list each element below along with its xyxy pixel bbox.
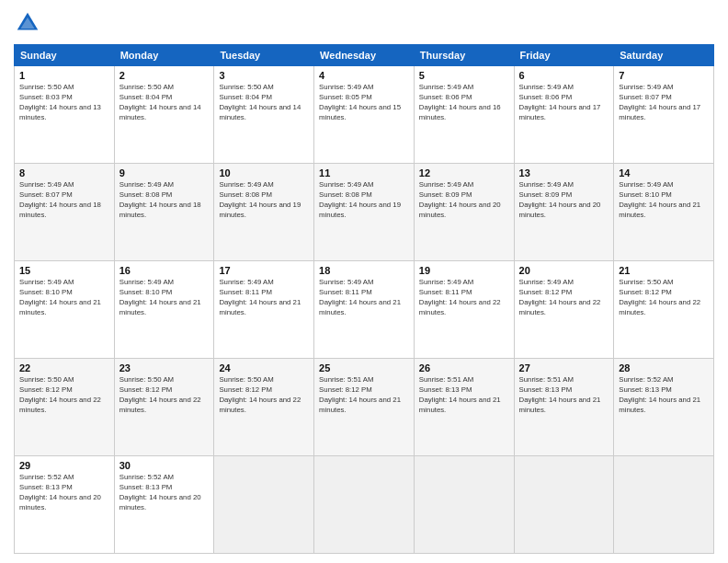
calendar-day [514, 456, 614, 554]
day-number: 27 [519, 362, 609, 373]
dow-header: Thursday [414, 45, 514, 66]
calendar-day: 3Sunrise: 5:50 AMSunset: 8:04 PMDaylight… [214, 66, 314, 164]
calendar-day: 29Sunrise: 5:52 AMSunset: 8:13 PMDayligh… [15, 456, 115, 554]
calendar-day: 7Sunrise: 5:49 AMSunset: 8:07 PMDaylight… [614, 66, 714, 164]
calendar-day [314, 456, 415, 554]
calendar-day: 27Sunrise: 5:51 AMSunset: 8:13 PMDayligh… [514, 359, 614, 456]
day-number: 16 [119, 265, 210, 276]
day-info: Sunrise: 5:49 AMSunset: 8:10 PMDaylight:… [19, 278, 109, 318]
day-info: Sunrise: 5:49 AMSunset: 8:07 PMDaylight:… [19, 180, 109, 221]
day-number: 6 [519, 70, 609, 81]
days-of-week-row: SundayMondayTuesdayWednesdayThursdayFrid… [15, 45, 714, 66]
day-info: Sunrise: 5:49 AMSunset: 8:10 PMDaylight:… [619, 180, 709, 221]
day-number: 30 [119, 460, 210, 471]
calendar-day: 11Sunrise: 5:49 AMSunset: 8:08 PMDayligh… [314, 164, 415, 261]
day-info: Sunrise: 5:49 AMSunset: 8:08 PMDaylight:… [319, 180, 409, 221]
day-info: Sunrise: 5:50 AMSunset: 8:12 PMDaylight:… [619, 278, 709, 318]
calendar-day: 9Sunrise: 5:49 AMSunset: 8:08 PMDaylight… [114, 164, 214, 261]
day-info: Sunrise: 5:49 AMSunset: 8:08 PMDaylight:… [119, 180, 210, 221]
calendar-week: 8Sunrise: 5:49 AMSunset: 8:07 PMDaylight… [15, 164, 714, 261]
calendar-day [214, 456, 314, 554]
day-info: Sunrise: 5:51 AMSunset: 8:13 PMDaylight:… [419, 375, 509, 416]
calendar-day: 15Sunrise: 5:49 AMSunset: 8:10 PMDayligh… [15, 261, 115, 359]
day-number: 3 [219, 70, 309, 81]
calendar-day: 21Sunrise: 5:50 AMSunset: 8:12 PMDayligh… [614, 261, 714, 359]
day-info: Sunrise: 5:51 AMSunset: 8:13 PMDaylight:… [519, 375, 609, 416]
day-number: 17 [219, 265, 309, 276]
day-info: Sunrise: 5:50 AMSunset: 8:12 PMDaylight:… [19, 375, 109, 416]
dow-header: Sunday [15, 45, 115, 66]
calendar-day: 10Sunrise: 5:49 AMSunset: 8:08 PMDayligh… [214, 164, 314, 261]
calendar-day: 12Sunrise: 5:49 AMSunset: 8:09 PMDayligh… [414, 164, 514, 261]
calendar: SundayMondayTuesdayWednesdayThursdayFrid… [14, 44, 714, 554]
day-number: 28 [619, 362, 709, 373]
day-info: Sunrise: 5:51 AMSunset: 8:12 PMDaylight:… [319, 375, 409, 416]
day-info: Sunrise: 5:50 AMSunset: 8:12 PMDaylight:… [219, 375, 309, 416]
day-info: Sunrise: 5:49 AMSunset: 8:12 PMDaylight:… [519, 278, 609, 318]
calendar-day: 30Sunrise: 5:52 AMSunset: 8:13 PMDayligh… [114, 456, 214, 554]
day-number: 7 [619, 70, 709, 81]
day-info: Sunrise: 5:49 AMSunset: 8:05 PMDaylight:… [319, 83, 409, 123]
day-number: 29 [19, 460, 109, 471]
calendar-day [414, 456, 514, 554]
day-info: Sunrise: 5:50 AMSunset: 8:03 PMDaylight:… [19, 83, 109, 123]
calendar-day: 5Sunrise: 5:49 AMSunset: 8:06 PMDaylight… [414, 66, 514, 164]
day-info: Sunrise: 5:52 AMSunset: 8:13 PMDaylight:… [619, 375, 709, 416]
dow-header: Friday [514, 45, 614, 66]
calendar-day: 22Sunrise: 5:50 AMSunset: 8:12 PMDayligh… [15, 359, 115, 456]
day-info: Sunrise: 5:52 AMSunset: 8:13 PMDaylight:… [19, 473, 109, 513]
calendar-day: 18Sunrise: 5:49 AMSunset: 8:11 PMDayligh… [314, 261, 415, 359]
calendar-day: 2Sunrise: 5:50 AMSunset: 8:04 PMDaylight… [114, 66, 214, 164]
calendar-week: 22Sunrise: 5:50 AMSunset: 8:12 PMDayligh… [15, 359, 714, 456]
day-number: 11 [319, 167, 409, 178]
day-info: Sunrise: 5:52 AMSunset: 8:13 PMDaylight:… [119, 473, 210, 513]
calendar-week: 15Sunrise: 5:49 AMSunset: 8:10 PMDayligh… [15, 261, 714, 359]
dow-header: Monday [114, 45, 214, 66]
day-info: Sunrise: 5:49 AMSunset: 8:08 PMDaylight:… [219, 180, 309, 221]
day-info: Sunrise: 5:49 AMSunset: 8:09 PMDaylight:… [519, 180, 609, 221]
calendar-day: 4Sunrise: 5:49 AMSunset: 8:05 PMDaylight… [314, 66, 415, 164]
day-number: 23 [119, 362, 210, 373]
calendar-day: 1Sunrise: 5:50 AMSunset: 8:03 PMDaylight… [15, 66, 115, 164]
calendar-day: 26Sunrise: 5:51 AMSunset: 8:13 PMDayligh… [414, 359, 514, 456]
calendar-day: 20Sunrise: 5:49 AMSunset: 8:12 PMDayligh… [514, 261, 614, 359]
calendar-body: 1Sunrise: 5:50 AMSunset: 8:03 PMDaylight… [15, 66, 714, 554]
day-number: 13 [519, 167, 609, 178]
day-number: 14 [619, 167, 709, 178]
calendar-day: 23Sunrise: 5:50 AMSunset: 8:12 PMDayligh… [114, 359, 214, 456]
day-number: 26 [419, 362, 509, 373]
day-number: 10 [219, 167, 309, 178]
day-info: Sunrise: 5:49 AMSunset: 8:06 PMDaylight:… [419, 83, 509, 123]
calendar-day: 8Sunrise: 5:49 AMSunset: 8:07 PMDaylight… [15, 164, 115, 261]
calendar-week: 1Sunrise: 5:50 AMSunset: 8:03 PMDaylight… [15, 66, 714, 164]
calendar-day: 28Sunrise: 5:52 AMSunset: 8:13 PMDayligh… [614, 359, 714, 456]
day-number: 12 [419, 167, 509, 178]
dow-header: Wednesday [314, 45, 415, 66]
calendar-day: 19Sunrise: 5:49 AMSunset: 8:11 PMDayligh… [414, 261, 514, 359]
day-info: Sunrise: 5:49 AMSunset: 8:09 PMDaylight:… [419, 180, 509, 221]
dow-header: Saturday [614, 45, 714, 66]
logo-icon [14, 9, 41, 37]
day-info: Sunrise: 5:49 AMSunset: 8:11 PMDaylight:… [219, 278, 309, 318]
calendar-day: 13Sunrise: 5:49 AMSunset: 8:09 PMDayligh… [514, 164, 614, 261]
calendar-day: 14Sunrise: 5:49 AMSunset: 8:10 PMDayligh… [614, 164, 714, 261]
logo [14, 9, 45, 37]
calendar-day [614, 456, 714, 554]
dow-header: Tuesday [214, 45, 314, 66]
day-number: 18 [319, 265, 409, 276]
day-info: Sunrise: 5:50 AMSunset: 8:04 PMDaylight:… [219, 83, 309, 123]
calendar-day: 25Sunrise: 5:51 AMSunset: 8:12 PMDayligh… [314, 359, 415, 456]
day-number: 25 [319, 362, 409, 373]
day-number: 20 [519, 265, 609, 276]
day-number: 8 [19, 167, 109, 178]
day-info: Sunrise: 5:50 AMSunset: 8:04 PMDaylight:… [119, 83, 210, 123]
calendar-day: 6Sunrise: 5:49 AMSunset: 8:06 PMDaylight… [514, 66, 614, 164]
day-number: 15 [19, 265, 109, 276]
day-number: 19 [419, 265, 509, 276]
day-info: Sunrise: 5:49 AMSunset: 8:06 PMDaylight:… [519, 83, 609, 123]
day-info: Sunrise: 5:49 AMSunset: 8:07 PMDaylight:… [619, 83, 709, 123]
day-number: 1 [19, 70, 109, 81]
day-info: Sunrise: 5:49 AMSunset: 8:11 PMDaylight:… [419, 278, 509, 318]
day-number: 21 [619, 265, 709, 276]
header [14, 9, 714, 37]
